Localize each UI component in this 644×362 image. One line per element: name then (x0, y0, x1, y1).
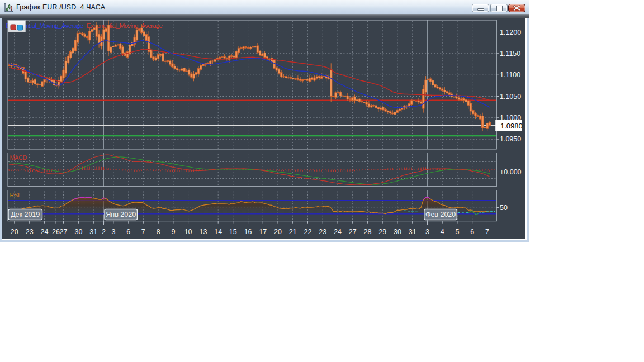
svg-text:26: 26 (52, 227, 60, 235)
svg-text:24: 24 (334, 227, 342, 235)
svg-text:6: 6 (470, 227, 474, 235)
svg-text:23: 23 (319, 227, 326, 235)
svg-text:27: 27 (60, 227, 68, 235)
svg-text:2: 2 (102, 227, 106, 235)
svg-text:31: 31 (409, 227, 416, 235)
svg-text:27: 27 (349, 227, 357, 235)
svg-text:1.0980: 1.0980 (500, 121, 523, 130)
svg-text:24: 24 (40, 227, 48, 235)
svg-text:Янв 2020: Янв 2020 (106, 211, 136, 218)
svg-text:23: 23 (26, 227, 34, 235)
svg-text:15: 15 (229, 227, 237, 235)
svg-text:+0.000: +0.000 (500, 168, 522, 175)
svg-text:1.1150: 1.1150 (500, 50, 520, 58)
svg-text:30: 30 (74, 227, 82, 235)
svg-text:31: 31 (89, 227, 97, 235)
svg-text:17: 17 (259, 227, 267, 235)
svg-text:9: 9 (171, 227, 175, 235)
svg-text:20: 20 (11, 227, 18, 235)
svg-text:RSI: RSI (10, 192, 20, 198)
svg-text:29: 29 (378, 227, 386, 235)
svg-text:6: 6 (126, 227, 130, 235)
svg-text:MACD: MACD (10, 154, 27, 160)
svg-text:1.1100: 1.1100 (500, 71, 520, 79)
svg-text:8: 8 (157, 227, 160, 235)
svg-text:1.1200: 1.1200 (500, 28, 521, 36)
svg-text:28: 28 (363, 227, 371, 235)
svg-text:1.1050: 1.1050 (500, 92, 521, 100)
svg-text:Фев 2020: Фев 2020 (425, 211, 456, 218)
svg-text:Дек 2019: Дек 2019 (11, 211, 40, 218)
svg-text:30: 30 (394, 227, 401, 235)
svg-text:20: 20 (274, 227, 282, 235)
svg-text:7: 7 (141, 227, 145, 235)
svg-text:10: 10 (184, 227, 192, 235)
svg-text:16: 16 (244, 227, 252, 235)
svg-text:21: 21 (289, 227, 297, 235)
svg-text:3: 3 (425, 227, 429, 235)
svg-text:22: 22 (304, 227, 312, 235)
svg-text:Exponential_Moving_Average: Exponential_Moving_Average (87, 22, 163, 28)
svg-text:1.0950: 1.0950 (500, 135, 521, 143)
svg-text:14: 14 (214, 227, 222, 235)
svg-text:3: 3 (111, 227, 115, 235)
svg-text:7: 7 (485, 227, 489, 235)
svg-text:4: 4 (441, 227, 444, 235)
svg-text:50: 50 (500, 203, 508, 211)
svg-text:13: 13 (200, 227, 207, 235)
svg-text:5: 5 (456, 227, 460, 235)
